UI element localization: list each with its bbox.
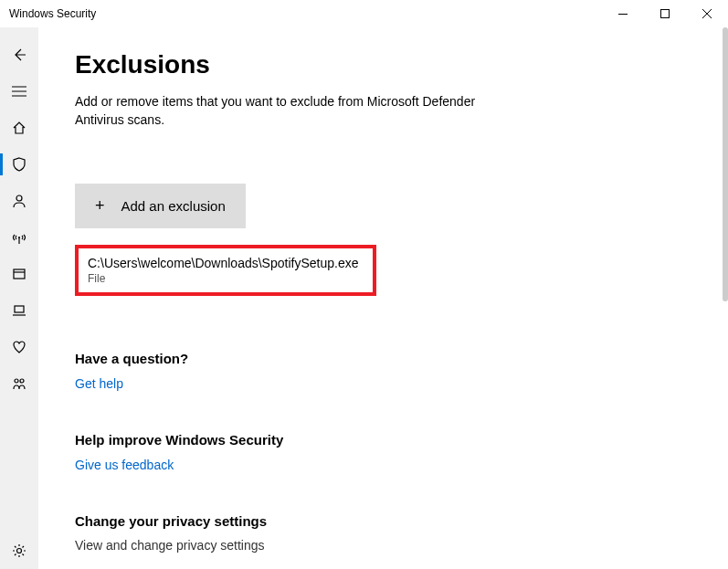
minimize-icon [618,14,628,15]
sidebar-item-family[interactable] [0,365,38,402]
shield-icon [12,157,26,172]
sidebar-item-device-security[interactable] [0,292,38,329]
svg-rect-1 [661,10,670,18]
app-window-icon [12,267,26,281]
sidebar-item-settings[interactable] [0,532,38,569]
minimize-button[interactable] [602,0,644,27]
svg-point-2 [16,195,22,201]
plus-icon: + [95,196,105,216]
svg-point-7 [20,379,24,383]
maximize-icon [660,9,670,18]
hamburger-icon [12,86,26,97]
sidebar [0,27,38,569]
sidebar-item-virus-protection[interactable] [0,146,38,183]
laptop-icon [12,303,26,318]
exclusion-path: C:\Users\welcome\Downloads\SpotifySetup.… [88,256,364,270]
svg-point-3 [18,237,20,238]
sidebar-item-device-health[interactable] [0,329,38,365]
page-title: Exclusions [75,50,691,79]
sidebar-item-account[interactable] [0,183,38,219]
page-subtitle: Add or remove items that you want to exc… [75,93,522,129]
exclusion-type: File [88,272,364,285]
svg-rect-4 [14,269,25,279]
get-help-link[interactable]: Get help [75,376,123,391]
svg-point-6 [15,379,18,383]
close-button[interactable] [686,0,728,27]
home-icon [12,121,26,135]
gear-icon [12,543,26,558]
menu-button[interactable] [0,73,38,110]
titlebar: Windows Security [0,0,728,27]
sidebar-item-home[interactable] [0,110,38,146]
maximize-button[interactable] [644,0,686,27]
sidebar-item-app-control[interactable] [0,256,38,292]
person-icon [12,194,26,208]
improve-heading: Help improve Windows Security [75,432,691,448]
svg-rect-5 [15,306,24,312]
scrollbar[interactable] [723,27,728,301]
feedback-link[interactable]: Give us feedback [75,458,174,472]
close-icon [702,9,712,18]
family-icon [12,376,26,391]
window-controls [602,0,728,27]
privacy-text: View and change privacy settings [75,538,691,553]
window-title: Windows Security [9,7,602,20]
privacy-heading: Change your privacy settings [75,513,691,529]
heart-icon [12,340,26,354]
add-exclusion-button[interactable]: + Add an exclusion [75,184,246,228]
back-button[interactable] [0,37,38,73]
main-content: Exclusions Add or remove items that you … [38,27,728,569]
question-heading: Have a question? [75,351,691,366]
svg-point-8 [17,549,22,553]
exclusion-item[interactable]: C:\Users\welcome\Downloads\SpotifySetup.… [75,245,376,296]
sidebar-item-firewall[interactable] [0,219,38,256]
svg-rect-0 [618,14,628,15]
antenna-icon [12,230,26,245]
add-exclusion-label: Add an exclusion [121,198,226,214]
back-arrow-icon [12,47,26,62]
